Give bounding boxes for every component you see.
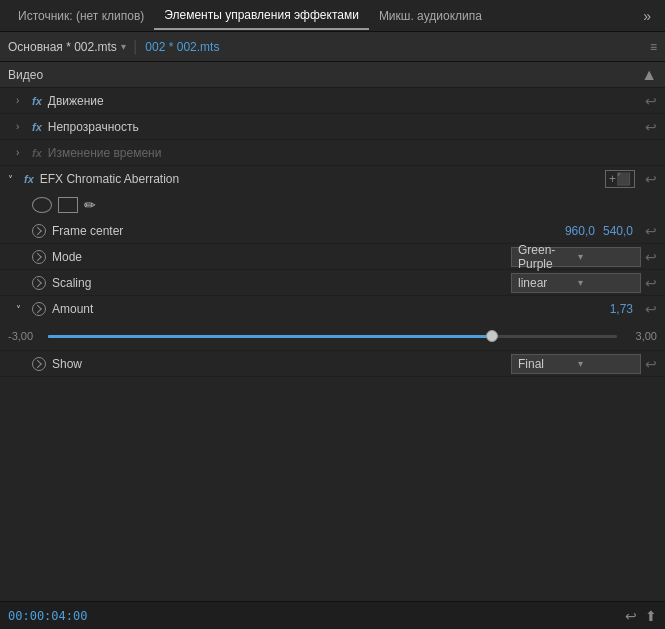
pen-tool-icon[interactable]: ✏ [84,197,96,213]
show-selected-value: Final [518,357,574,371]
source-settings-icon[interactable]: ≡ [650,40,657,54]
opacity-expand[interactable]: › [16,121,28,132]
prop-row-scaling: Scaling linear ▾ ↩ [0,270,665,296]
amount-keyframe-icon[interactable] [32,302,46,316]
main-source-chevron: ▾ [121,41,126,52]
scroll-up-icon[interactable]: ▲ [641,66,657,84]
source-divider: │ [132,40,140,54]
opacity-name: Непрозрачность [48,120,641,134]
amount-slider-row: -3,00 3,00 [0,322,665,350]
motion-reset-btn[interactable]: ↩ [645,93,657,109]
mask-shapes-row: ✏ [0,192,665,218]
amount-label: Amount [52,302,610,316]
main-source-select[interactable]: Основная * 002.mts ▾ [8,40,126,54]
time-expand[interactable]: › [16,147,28,158]
tab-audio[interactable]: Микш. аудиоклипа [369,3,492,29]
scaling-dropdown[interactable]: linear ▾ [511,273,641,293]
amount-slider-thumb[interactable] [486,330,498,342]
scaling-label: Scaling [52,276,511,290]
play-return-icon[interactable]: ↩ [625,608,637,624]
clip-label[interactable]: 002 * 002.mts [145,40,219,54]
video-section-header: Видео ▲ [0,62,665,88]
amount-expand-btn[interactable]: ˅ [16,304,28,315]
show-dropdown-arrow: ▾ [578,358,634,369]
scaling-reset-btn[interactable]: ↩ [645,275,657,291]
video-section-title: Видео [8,68,43,82]
bottom-action-icons: ↩ ⬆ [625,608,657,624]
frame-center-keyframe-icon[interactable] [32,224,46,238]
rect-mask-btn[interactable] [58,197,78,213]
top-nav-bar: Источник: (нет клипов) Элементы управлен… [0,0,665,32]
motion-fx-badge: fx [32,95,42,107]
ellipse-mask-btn[interactable] [32,197,52,213]
prop-row-mode: Mode Green-Purple ▾ ↩ [0,244,665,270]
opacity-fx-badge: fx [32,121,42,133]
bottom-bar: 00:00:04:00 ↩ ⬆ [0,601,665,629]
show-label: Show [52,357,511,371]
mode-reset-btn[interactable]: ↩ [645,249,657,265]
mode-label: Mode [52,250,511,264]
time-name: Изменение времени [48,146,657,160]
mode-keyframe-icon[interactable] [32,250,46,264]
scaling-dropdown-arrow: ▾ [578,277,634,288]
effects-panel: Видео ▲ › fx Движение ↩ › fx Непрозрачно… [0,62,665,601]
amount-header-row: ˅ Amount 1,73 ↩ [0,296,665,322]
tab-source[interactable]: Источник: (нет клипов) [8,3,154,29]
export-icon[interactable]: ⬆ [645,608,657,624]
efx-expand-btn[interactable]: ˅ [8,174,20,185]
opacity-reset-btn[interactable]: ↩ [645,119,657,135]
tab-effects[interactable]: Элементы управления эффектами [154,2,369,30]
prop-row-frame-center: Frame center 960,0 540,0 ↩ [0,218,665,244]
scaling-selected-value: linear [518,276,574,290]
frame-center-reset-btn[interactable]: ↩ [645,223,657,239]
amount-value[interactable]: 1,73 [610,302,633,316]
show-reset-btn[interactable]: ↩ [645,356,657,372]
amount-max-label: 3,00 [625,330,657,342]
amount-section: ˅ Amount 1,73 ↩ -3,00 3,00 [0,296,665,351]
frame-center-label: Frame center [52,224,565,238]
amount-reset-btn[interactable]: ↩ [645,301,657,317]
efx-title: EFX Chromatic Aberration [40,172,605,186]
frame-center-value2[interactable]: 540,0 [603,224,633,238]
more-tabs-button[interactable]: » [637,8,657,24]
motion-expand[interactable]: › [16,95,28,106]
mode-selected-value: Green-Purple [518,243,574,271]
show-dropdown[interactable]: Final ▾ [511,354,641,374]
amount-slider-fill [48,335,492,338]
amount-slider-track[interactable] [48,335,617,338]
effect-row-motion: › fx Движение ↩ [0,88,665,114]
efx-header: ˅ fx EFX Chromatic Aberration +⬛ ↩ [0,166,665,192]
efx-fx-badge: fx [24,173,34,185]
efx-reset-btn[interactable]: ↩ [645,171,657,187]
mode-dropdown-arrow: ▾ [578,251,634,262]
timecode-display: 00:00:04:00 [8,609,87,623]
effect-row-opacity: › fx Непрозрачность ↩ [0,114,665,140]
scaling-keyframe-icon[interactable] [32,276,46,290]
amount-min-label: -3,00 [8,330,40,342]
main-source-label: Основная * 002.mts [8,40,117,54]
show-keyframe-icon[interactable] [32,357,46,371]
time-fx-badge: fx [32,147,42,159]
motion-name: Движение [48,94,641,108]
prop-row-show: Show Final ▾ ↩ [0,351,665,377]
effect-row-time: › fx Изменение времени [0,140,665,166]
frame-center-value1[interactable]: 960,0 [565,224,595,238]
efx-action-icons: +⬛ [605,170,635,188]
efx-add-keyframe-icon[interactable]: +⬛ [605,170,635,188]
mode-dropdown[interactable]: Green-Purple ▾ [511,247,641,267]
source-bar: Основная * 002.mts ▾ │ 002 * 002.mts ≡ [0,32,665,62]
